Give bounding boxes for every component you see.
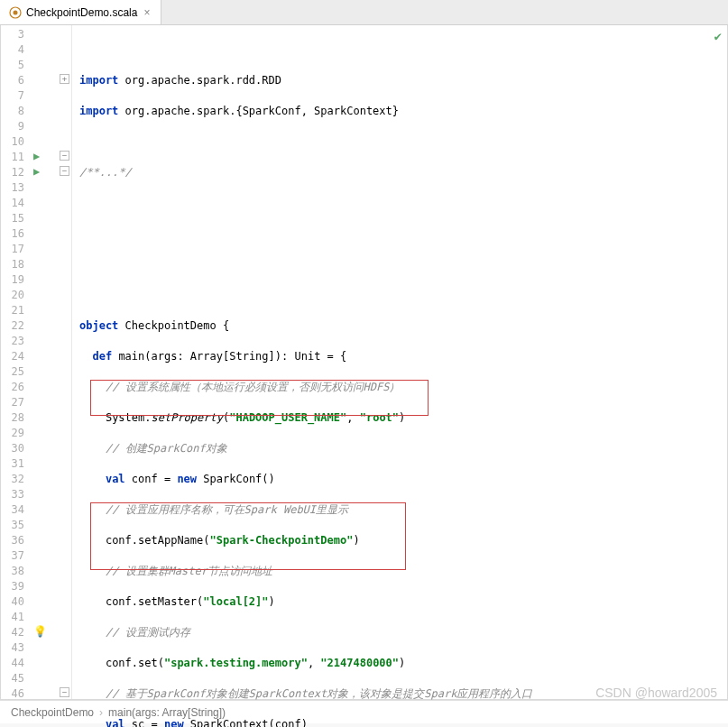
code-line: object CheckpointDemo { bbox=[79, 318, 727, 334]
code-line: import org.apache.spark.{SparkConf, Spar… bbox=[79, 104, 727, 119]
svg-point-1 bbox=[14, 10, 18, 14]
scala-file-icon bbox=[9, 6, 22, 19]
tab-title: CheckpointDemo.scala bbox=[26, 6, 137, 19]
code-line: // 设置测试内存 bbox=[79, 625, 727, 640]
fold-collapse-end-icon[interactable]: − bbox=[60, 687, 69, 697]
code-line: def main(args: Array[String]): Unit = { bbox=[79, 349, 727, 364]
code-line: val conf = new SparkConf() bbox=[79, 472, 727, 487]
close-tab-icon[interactable]: × bbox=[142, 6, 152, 19]
code-line: System.setProperty("HADOOP_USER_NAME", "… bbox=[79, 410, 727, 426]
run-gutter-icon[interactable]: ▶ bbox=[33, 165, 46, 178]
code-line: // 基于SparkConf对象创建SparkContext对象，该对象是提交S… bbox=[79, 686, 727, 702]
code-line: conf.setAppName("Spark-CheckpointDemo") bbox=[79, 533, 727, 548]
fold-expand-icon[interactable]: + bbox=[60, 74, 69, 84]
code-line: /**...*/ bbox=[79, 165, 727, 180]
gutter-markers: ▶ ▶ 💡 bbox=[32, 25, 59, 699]
fold-collapse-icon[interactable]: − bbox=[60, 151, 69, 161]
code-line: val sc = new SparkContext(conf) bbox=[79, 717, 727, 727]
gutter: 3456789101112131415161718192021222324252… bbox=[1, 25, 72, 699]
intention-bulb-icon[interactable]: 💡 bbox=[33, 625, 46, 638]
code-line: // 设置应用程序名称，可在Spark WebUI里显示 bbox=[79, 502, 727, 518]
run-gutter-icon[interactable]: ▶ bbox=[33, 150, 46, 162]
code-line: // 设置系统属性（本地运行必须设置，否则无权访问HDFS） bbox=[79, 380, 727, 395]
tab-bar: CheckpointDemo.scala × bbox=[0, 0, 728, 25]
code-editor[interactable]: ✔ 34567891011121314151617181920212223242… bbox=[0, 25, 728, 700]
code-line: conf.set("spark.testing.memory", "214748… bbox=[79, 656, 727, 671]
fold-collapse-icon[interactable]: − bbox=[60, 166, 69, 176]
line-numbers: 3456789101112131415161718192021222324252… bbox=[1, 25, 32, 699]
code-line: conf.setMaster("local[2]") bbox=[79, 594, 727, 610]
code-line: import org.apache.spark.rdd.RDD bbox=[79, 73, 727, 88]
fold-column: + − − − bbox=[59, 25, 71, 699]
file-tab[interactable]: CheckpointDemo.scala × bbox=[0, 0, 161, 24]
code-line: // 设置集群Master节点访问地址 bbox=[79, 564, 727, 579]
code-line: // 创建SparkConf对象 bbox=[79, 441, 727, 456]
code-area[interactable]: import org.apache.spark.rdd.RDD import o… bbox=[72, 25, 727, 699]
